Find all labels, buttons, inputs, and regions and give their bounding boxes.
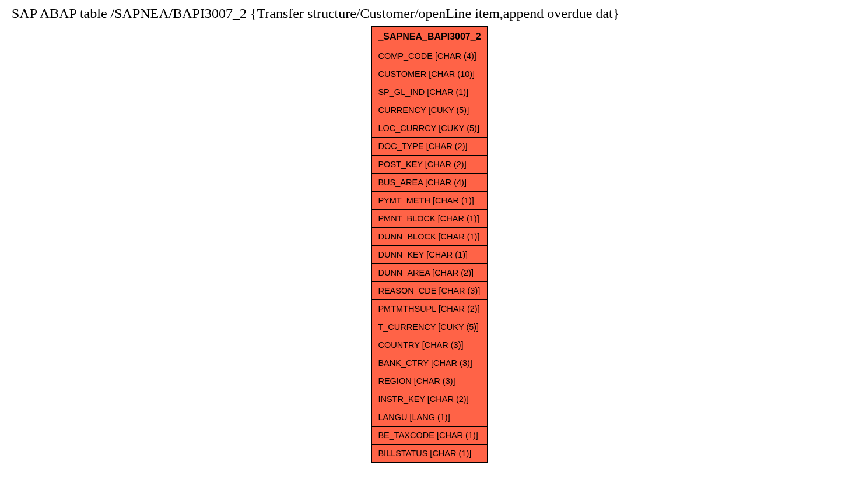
entity-field: COMP_CODE [CHAR (4)] — [372, 47, 486, 65]
diagram-container: _SAPNEA_BAPI3007_2 COMP_CODE [CHAR (4)] … — [0, 26, 859, 463]
entity-field: DOC_TYPE [CHAR (2)] — [372, 138, 486, 156]
entity-field: SP_GL_IND [CHAR (1)] — [372, 83, 486, 101]
entity-field: COUNTRY [CHAR (3)] — [372, 336, 486, 354]
entity-field: BILLSTATUS [CHAR (1)] — [372, 445, 486, 462]
page-title: SAP ABAP table /SAPNEA/BAPI3007_2 {Trans… — [0, 0, 859, 26]
entity-field: CURRENCY [CUKY (5)] — [372, 101, 486, 119]
entity-field: PMTMTHSUPL [CHAR (2)] — [372, 300, 486, 318]
entity-field: INSTR_KEY [CHAR (2)] — [372, 390, 486, 408]
entity-field: DUNN_KEY [CHAR (1)] — [372, 246, 486, 264]
entity-field: BE_TAXCODE [CHAR (1)] — [372, 427, 486, 445]
entity-field: REASON_CDE [CHAR (3)] — [372, 282, 486, 300]
entity-field: DUNN_BLOCK [CHAR (1)] — [372, 228, 486, 246]
entity-field: LOC_CURRCY [CUKY (5)] — [372, 119, 486, 138]
entity-table: _SAPNEA_BAPI3007_2 COMP_CODE [CHAR (4)] … — [371, 26, 487, 463]
entity-field: REGION [CHAR (3)] — [372, 372, 486, 390]
entity-field: BANK_CTRY [CHAR (3)] — [372, 354, 486, 372]
entity-field: POST_KEY [CHAR (2)] — [372, 156, 486, 174]
entity-header: _SAPNEA_BAPI3007_2 — [372, 27, 486, 47]
entity-field: BUS_AREA [CHAR (4)] — [372, 174, 486, 192]
entity-field: T_CURRENCY [CUKY (5)] — [372, 318, 486, 336]
entity-field: DUNN_AREA [CHAR (2)] — [372, 264, 486, 282]
entity-field: PMNT_BLOCK [CHAR (1)] — [372, 210, 486, 228]
entity-field: CUSTOMER [CHAR (10)] — [372, 65, 486, 83]
entity-field: LANGU [LANG (1)] — [372, 408, 486, 427]
entity-field: PYMT_METH [CHAR (1)] — [372, 192, 486, 210]
